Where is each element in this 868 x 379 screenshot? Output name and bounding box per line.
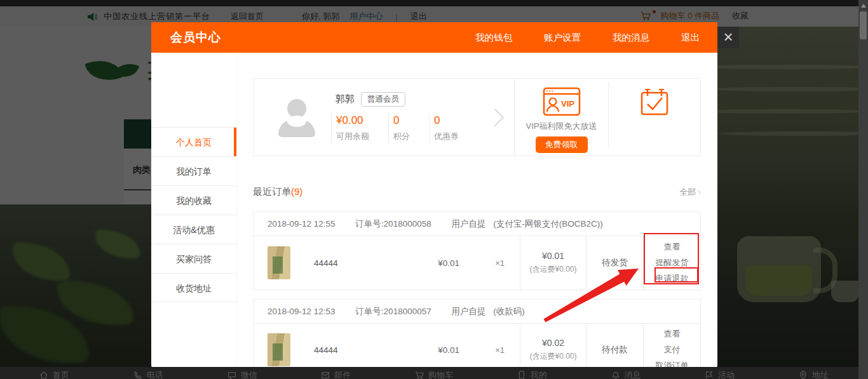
modal-sidebar: 个人首页 我的订单 我的收藏 活动&优惠 买家问答 收货地址 <box>151 53 237 371</box>
footer-item-wechat[interactable]: 微信 <box>227 369 257 379</box>
footer-item-mail[interactable]: 邮件 <box>321 369 351 379</box>
nav-my-wallet[interactable]: 我的钱包 <box>475 32 512 44</box>
scrollbar-up-arrow-icon[interactable] <box>861 4 866 8</box>
stat-points[interactable]: 0 积分 <box>388 114 429 143</box>
recent-orders-title: 最近订单 <box>253 186 291 198</box>
avatar <box>277 98 316 137</box>
sidebar-item-shipping-address[interactable]: 收货地址 <box>151 273 236 302</box>
recent-orders-count: (9) <box>291 186 302 197</box>
vip-promo-label: VIP福利限免大放送 <box>526 121 597 132</box>
annotation-box-refund <box>654 267 698 283</box>
product-name[interactable]: 44444 <box>314 345 338 355</box>
chevron-right-icon[interactable] <box>487 103 501 131</box>
page-scrollbar[interactable] <box>858 0 868 379</box>
product-price: ¥0.01 <box>438 258 459 268</box>
nav-my-messages[interactable]: 我的消息 <box>613 32 649 44</box>
pay-order-link[interactable]: 支付 <box>664 344 681 356</box>
contact-footer: 首页 电话 微信 邮件 购物车 我的 消息 活动 地址 <box>0 367 868 379</box>
order-number: 订单号:2018000058 <box>355 219 431 229</box>
modal-nav: 我的钱包 账户设置 我的消息 退出 <box>475 32 709 44</box>
footer-item-cart[interactable]: 购物车 <box>415 369 453 379</box>
footer-item-address[interactable]: 地址 <box>799 369 829 379</box>
product-qty: ×1 <box>495 345 505 355</box>
product-name[interactable]: 44444 <box>314 258 338 268</box>
vip-panel: VIP VIP福利限免大放送 免费领取 <box>514 79 700 156</box>
view-order-link[interactable]: 查看 <box>664 328 681 340</box>
order-payment-method: (支付宝-网银支付(BOCB2C)) <box>493 219 603 229</box>
calendar-check-icon[interactable] <box>640 88 669 116</box>
svg-text:VIP: VIP <box>561 99 574 109</box>
product-qty: ×1 <box>495 258 505 268</box>
location-icon <box>799 371 808 379</box>
mail-icon <box>321 371 330 379</box>
order-number: 订单号:2018000057 <box>355 307 431 316</box>
home-icon <box>39 371 48 379</box>
all-orders-link[interactable]: 全部 <box>679 187 696 198</box>
modal-main: 郭郭 普通会员 ¥0.00 可用余额 0 积分 <box>237 53 717 371</box>
product-price: ¥0.01 <box>438 345 459 355</box>
vip-icon: VIP <box>543 87 581 116</box>
stat-coupons[interactable]: 0 优惠券 <box>429 114 478 143</box>
order-total: ¥0.02 <box>542 338 564 348</box>
footer-item-home[interactable]: 首页 <box>39 369 69 379</box>
bell-icon <box>611 371 620 379</box>
chevron-right-icon: › <box>698 187 701 197</box>
recent-orders-header: 最近订单 (9) 全部 › <box>253 186 701 198</box>
sidebar-item-my-favorites[interactable]: 我的收藏 <box>151 185 236 215</box>
stat-balance[interactable]: ¥0.00 可用余额 <box>331 114 388 143</box>
phone-icon <box>133 371 142 379</box>
sidebar-item-buyer-qa[interactable]: 买家问答 <box>151 244 236 273</box>
order-total: ¥0.01 <box>542 251 564 261</box>
modal-title: 会员中心 <box>170 29 221 46</box>
footer-item-mine[interactable]: 我的 <box>517 369 547 379</box>
scrollbar-thumb[interactable] <box>860 11 867 39</box>
close-button[interactable]: × <box>717 27 739 48</box>
footer-item-messages[interactable]: 消息 <box>611 369 641 379</box>
order-shipping-fee: (含运费¥0.00) <box>529 351 576 362</box>
order-payment-method: (收款码) <box>493 307 525 316</box>
wechat-icon <box>227 371 236 379</box>
sidebar-item-my-orders[interactable]: 我的订单 <box>151 156 236 185</box>
user-name: 郭郭 <box>336 93 355 105</box>
sidebar-item-personal-home[interactable]: 个人首页 <box>151 127 236 156</box>
cart-icon <box>415 371 424 379</box>
nav-logout[interactable]: 退出 <box>681 32 700 44</box>
modal-header: 会员中心 我的钱包 账户设置 我的消息 退出 <box>151 22 717 53</box>
member-level-badge: 普通会员 <box>361 92 405 107</box>
sidebar-item-promotions[interactable]: 活动&优惠 <box>151 215 236 244</box>
product-thumbnail[interactable] <box>268 333 290 366</box>
order-delivery-method: 用户自提 <box>451 219 485 229</box>
activity-icon <box>705 371 714 379</box>
nav-account-settings[interactable]: 账户设置 <box>544 32 581 44</box>
user-icon <box>517 371 526 379</box>
order-datetime: 2018-09-12 12:55 <box>268 219 336 229</box>
free-claim-button[interactable]: 免费领取 <box>536 136 588 153</box>
order-header: 2018-09-12 12:55 订单号:2018000058 用户自提 (支付… <box>254 212 700 236</box>
annotation-arrow <box>537 262 645 329</box>
profile-card: 郭郭 普通会员 ¥0.00 可用余额 0 积分 <box>253 78 701 156</box>
order-delivery-method: 用户自提 <box>451 307 485 316</box>
product-thumbnail[interactable] <box>268 246 290 279</box>
footer-item-activity[interactable]: 活动 <box>705 369 735 379</box>
footer-item-phone[interactable]: 电话 <box>133 369 163 379</box>
order-datetime: 2018-09-12 12:53 <box>268 307 336 316</box>
